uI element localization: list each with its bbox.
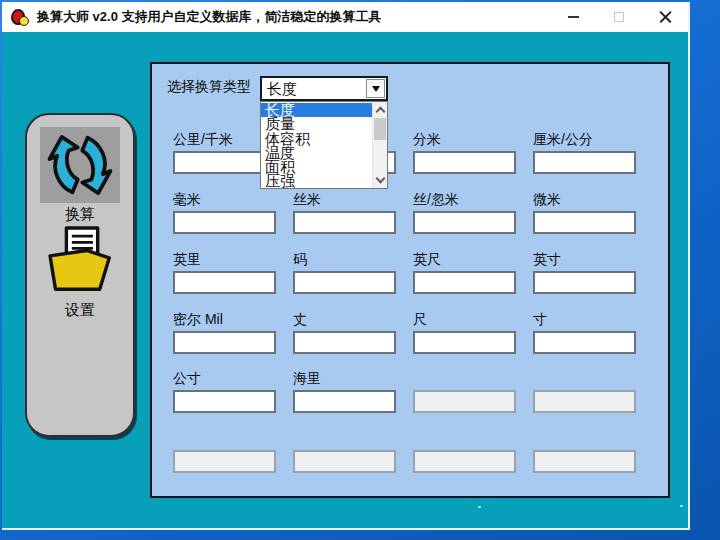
unit-input[interactable] [413, 331, 516, 354]
unit-input[interactable] [293, 390, 396, 413]
app-icon-yellow-shape [19, 16, 29, 26]
combobox-value: 长度 [267, 80, 297, 99]
maximize-icon [614, 12, 624, 22]
field-label [413, 430, 516, 450]
unit-input[interactable] [533, 211, 636, 234]
field-cell [413, 430, 516, 473]
convert-button-label[interactable]: 换算 [27, 205, 133, 224]
unit-input[interactable] [173, 271, 276, 294]
scroll-up-icon[interactable] [376, 107, 386, 117]
app-window: 换算大师 v2.0 支持用户自定义数据库，简洁稳定的换算工具 换算 [2, 2, 690, 530]
field-label: 分米 [413, 131, 516, 151]
field-cell: 英尺 [413, 251, 516, 294]
field-cell: 厘米/公分 [533, 131, 636, 174]
type-combobox[interactable]: 长度 [260, 76, 388, 101]
unit-input[interactable] [293, 331, 396, 354]
field-label: 尺 [413, 311, 516, 331]
field-cell: 码 [293, 251, 396, 294]
scrollbar-thumb[interactable] [374, 118, 386, 140]
unit-input[interactable] [413, 271, 516, 294]
unit-input-disabled [533, 450, 636, 473]
unit-input-disabled [533, 390, 636, 413]
conversion-panel: 选择换算类型 长度 长度 质量 体容积 温度 面积 压强 [150, 62, 670, 498]
unit-input-disabled [413, 390, 516, 413]
title-bar[interactable]: 换算大师 v2.0 支持用户自定义数据库，简洁稳定的换算工具 [2, 2, 688, 32]
field-label: 丝/忽米 [413, 191, 516, 211]
field-cell: 毫米 [173, 191, 276, 234]
field-cell: 公寸 [173, 370, 276, 413]
field-label: 毫米 [173, 191, 276, 211]
type-select-label: 选择换算类型 [167, 78, 251, 96]
unit-input-disabled [173, 450, 276, 473]
field-cell [533, 430, 636, 473]
field-label [533, 430, 636, 450]
unit-input[interactable] [533, 151, 636, 174]
field-label: 英尺 [413, 251, 516, 271]
field-label: 厘米/公分 [533, 131, 636, 151]
field-cell [413, 370, 516, 413]
field-cell: 密尔 Mil [173, 311, 276, 354]
field-label: 寸 [533, 311, 636, 331]
field-label: 密尔 Mil [173, 311, 276, 331]
field-cell: 英寸 [533, 251, 636, 294]
desktop-background: 换算大师 v2.0 支持用户自定义数据库，简洁稳定的换算工具 换算 [0, 0, 720, 540]
field-cell: 微米 [533, 191, 636, 234]
field-label [413, 370, 516, 390]
recycle-arrows-icon [40, 127, 120, 203]
window-controls [550, 2, 688, 32]
dropdown-items: 长度 质量 体容积 温度 面积 压强 [261, 103, 372, 189]
dropdown-scrollbar[interactable] [372, 102, 387, 188]
field-cell [173, 430, 276, 473]
folder-icon [45, 226, 115, 294]
field-label: 英寸 [533, 251, 636, 271]
window-title: 换算大师 v2.0 支持用户自定义数据库，简洁稳定的换算工具 [37, 8, 382, 26]
field-label: 丝米 [293, 191, 396, 211]
field-label: 公寸 [173, 370, 276, 390]
field-label [533, 370, 636, 390]
unit-input[interactable] [533, 331, 636, 354]
unit-input[interactable] [293, 211, 396, 234]
settings-button-label[interactable]: 设置 [27, 301, 133, 320]
unit-input[interactable] [293, 271, 396, 294]
unit-input[interactable] [173, 331, 276, 354]
artifact-dot [680, 505, 683, 507]
field-label: 微米 [533, 191, 636, 211]
field-cell: 丝/忽米 [413, 191, 516, 234]
minimize-button[interactable] [550, 2, 596, 32]
settings-button[interactable] [45, 226, 115, 294]
field-label [173, 430, 276, 450]
unit-input[interactable] [533, 271, 636, 294]
field-cell [533, 370, 636, 413]
unit-input[interactable] [413, 151, 516, 174]
app-icon [11, 9, 29, 26]
field-label: 码 [293, 251, 396, 271]
combobox-dropdown-button[interactable] [366, 79, 385, 98]
convert-button[interactable] [40, 127, 120, 203]
field-label: 丈 [293, 311, 396, 331]
field-label: 英里 [173, 251, 276, 271]
field-cell: 丈 [293, 311, 396, 354]
type-dropdown-list: 长度 质量 体容积 温度 面积 压强 [260, 101, 388, 189]
close-icon [659, 11, 672, 24]
unit-input-disabled [293, 450, 396, 473]
close-button[interactable] [642, 2, 688, 32]
artifact-dot [478, 506, 481, 508]
field-label [293, 430, 396, 450]
sidebar: 换算 设置 [25, 113, 135, 437]
field-cell: 寸 [533, 311, 636, 354]
unit-input[interactable] [413, 211, 516, 234]
unit-input[interactable] [173, 390, 276, 413]
field-cell [293, 430, 396, 473]
dropdown-item[interactable]: 压强 [261, 174, 372, 188]
maximize-button[interactable] [596, 2, 642, 32]
scroll-down-icon[interactable] [376, 174, 386, 184]
field-cell: 英里 [173, 251, 276, 294]
minimize-icon [568, 16, 579, 18]
chevron-down-icon [372, 86, 380, 92]
field-cell: 尺 [413, 311, 516, 354]
unit-input[interactable] [173, 211, 276, 234]
field-cell: 分米 [413, 131, 516, 174]
field-cell: 海里 [293, 370, 396, 413]
field-label: 海里 [293, 370, 396, 390]
unit-input-disabled [413, 450, 516, 473]
